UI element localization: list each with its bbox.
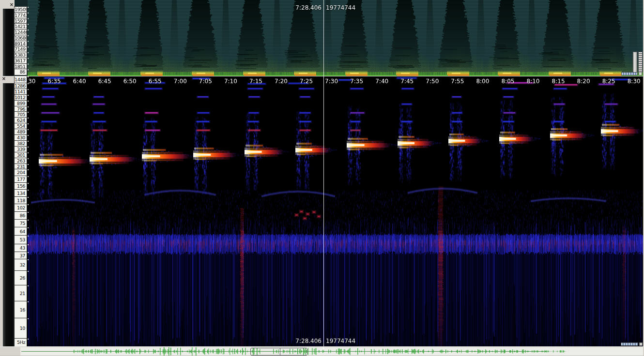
freq-tick: 64 <box>15 227 27 236</box>
cursor-sample-readout-bottom: 19774744 <box>326 338 355 344</box>
freq-tick: 37 <box>15 252 27 259</box>
time-label: 6:35 <box>48 77 61 86</box>
cursor-sample-readout-top: 19774744 <box>326 4 355 11</box>
freq-tick: 231 <box>15 164 27 169</box>
freq-tick: 1448 <box>15 76 27 83</box>
freq-tick: 3617 <box>15 58 27 64</box>
freq-tick: 204 <box>15 169 27 176</box>
top-frequency-scale: 1950917743159771421112446106808914714953… <box>15 0 28 76</box>
overview-separator <box>0 346 644 347</box>
freq-tick: 8914 <box>15 41 27 47</box>
linear-spectrogram-view[interactable] <box>28 0 643 76</box>
freq-tick: 14211 <box>15 24 27 30</box>
freq-tick: 430 <box>15 135 27 141</box>
top-pane-horizontal-zoom-wheel[interactable] <box>621 72 638 75</box>
freq-tick: 1141 <box>15 89 27 95</box>
freq-tick: 301 <box>15 152 27 158</box>
time-label: 7:55 <box>451 77 464 86</box>
freq-tick: 16 <box>15 301 27 318</box>
freq-tick: 489 <box>15 129 27 135</box>
freq-tick: 263 <box>15 158 27 164</box>
time-label: 8:15 <box>552 77 565 86</box>
freq-tick: 86 <box>15 69 27 75</box>
time-label: 7:40 <box>375 77 388 86</box>
freq-tick: 53 <box>15 236 27 244</box>
time-label: 7:25 <box>300 77 313 86</box>
cursor-time-readout-bottom: 7:28.406 <box>295 338 322 344</box>
freq-tick: 75 <box>15 220 27 227</box>
bottom-pane-zoom-reset-button[interactable] <box>639 342 643 346</box>
freq-tick: 118 <box>15 197 27 204</box>
freq-tick: 554 <box>15 123 27 129</box>
time-label: 6:55 <box>149 77 162 86</box>
time-label: 7:20 <box>275 77 288 86</box>
bottom-pane-horizontal-zoom-wheel[interactable] <box>621 342 638 346</box>
freq-tick: 1012 <box>15 95 27 101</box>
overview-waveform[interactable] <box>20 347 643 356</box>
freq-tick: 17743 <box>15 13 27 18</box>
freq-tick: 102 <box>15 204 27 212</box>
time-label: 7:45 <box>400 77 414 86</box>
spectrogram-app-window: × × 195091774315977142111244610680891471… <box>0 0 644 356</box>
freq-tick: 1851 <box>15 64 27 70</box>
time-label: 8:25 <box>602 77 615 86</box>
freq-tick: 796 <box>15 106 27 112</box>
freq-tick: 10680 <box>15 35 27 41</box>
freq-tick: 156 <box>15 183 27 190</box>
time-label: 7:35 <box>350 77 363 86</box>
cursor-time-readout-top: 7:28.406 <box>295 4 322 11</box>
freq-tick: 12446 <box>15 30 27 35</box>
time-label: 7:30 <box>325 77 338 86</box>
bottom-pane-left-strip <box>2 83 16 346</box>
overview-visible-region-box[interactable] <box>250 348 307 356</box>
time-label: 8:30 <box>628 77 641 86</box>
freq-tick: 134 <box>15 190 27 197</box>
time-label: 7:05 <box>199 77 212 86</box>
pane-separator <box>0 76 644 76</box>
time-label: 6:45 <box>98 77 111 86</box>
time-label: 7:10 <box>224 77 237 86</box>
freq-tick: 10 <box>15 318 27 339</box>
top-pane-zoom-reset-button[interactable] <box>639 72 642 75</box>
top-pane-vertical-zoom-thumb[interactable] <box>633 52 637 73</box>
freq-tick: 7149 <box>15 46 27 52</box>
time-label: 7:00 <box>174 77 187 86</box>
freq-tick: 339 <box>15 147 27 152</box>
freq-tick: 705 <box>15 112 27 118</box>
time-label: 8:20 <box>577 77 590 86</box>
freq-tick: 177 <box>15 176 27 183</box>
freq-tick: 19509 <box>15 7 27 13</box>
freq-tick: 899 <box>15 101 27 106</box>
freq-tick: 26 <box>15 271 27 285</box>
freq-tick: 86 <box>15 212 27 220</box>
time-label: 7:50 <box>426 77 439 86</box>
close-bottom-pane-button[interactable]: × <box>1 76 7 82</box>
freq-tick: 624 <box>15 118 27 123</box>
time-label: 6:50 <box>123 77 137 86</box>
time-label: 8:05 <box>501 77 514 86</box>
freq-tick: 5383 <box>15 52 27 58</box>
freq-tick: 43 <box>15 244 27 252</box>
freq-tick: 382 <box>15 141 27 147</box>
time-label: 8:10 <box>527 77 540 86</box>
freq-tick: 32 <box>15 259 27 271</box>
playback-cursor-line <box>323 0 324 346</box>
top-pane-left-strip <box>2 9 16 76</box>
freq-tick: 15977 <box>15 18 27 24</box>
bottom-frequency-scale: 1448128611411012899796705624554489430382… <box>15 76 28 346</box>
freq-tick: 21 <box>15 285 27 301</box>
overview-left-margin <box>0 347 20 356</box>
log-spectrogram-view[interactable] <box>28 76 643 346</box>
overview-region-divider <box>280 348 280 355</box>
top-pane-vertical-zoom-wheel[interactable] <box>638 52 643 73</box>
freq-tick: 1286 <box>15 83 27 89</box>
freq-tick: 5Hz <box>15 339 27 346</box>
time-label: 8:00 <box>476 77 489 86</box>
time-label: 6:40 <box>73 77 86 86</box>
time-label: 7:15 <box>249 77 262 86</box>
close-top-pane-button[interactable]: × <box>9 2 15 8</box>
